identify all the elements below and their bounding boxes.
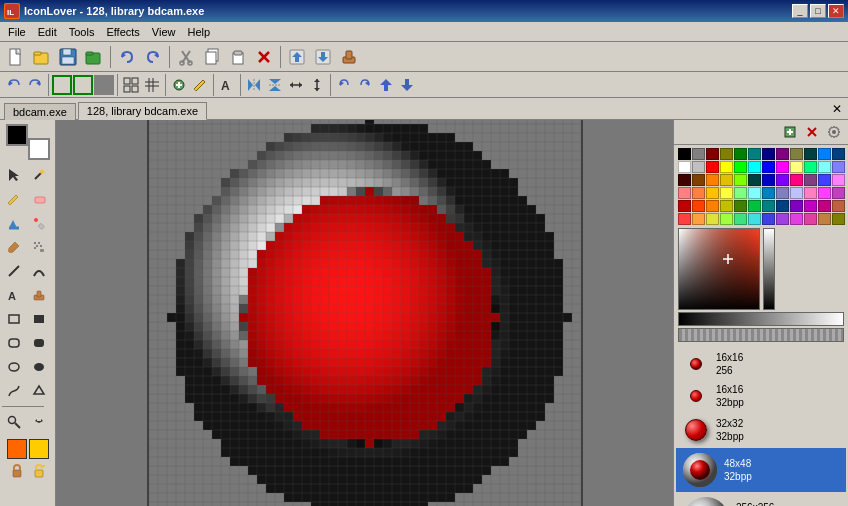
menu-help[interactable]: Help — [181, 24, 216, 40]
palette-color-29[interactable] — [748, 174, 761, 186]
rounded-rect-fill-tool[interactable] — [27, 332, 51, 354]
rotate-l-button[interactable] — [334, 75, 354, 95]
menu-view[interactable]: View — [146, 24, 182, 40]
ellipse-tool[interactable] — [2, 356, 26, 378]
palette-color-16[interactable] — [734, 161, 747, 173]
minimize-button[interactable]: _ — [792, 4, 808, 18]
palette-color-32[interactable] — [790, 174, 803, 186]
palette-color-22[interactable] — [818, 161, 831, 173]
rp-delete-icon-button[interactable] — [802, 122, 822, 142]
delete-button[interactable] — [252, 45, 276, 69]
palette-color-56[interactable] — [790, 200, 803, 212]
ellipse-fill-tool[interactable] — [27, 356, 51, 378]
menu-edit[interactable]: Edit — [32, 24, 63, 40]
gradient-bar[interactable] — [763, 228, 775, 310]
palette-color-64[interactable] — [734, 213, 747, 225]
stamp-tool[interactable] — [27, 284, 51, 306]
add-pixel-button[interactable] — [169, 75, 189, 95]
palette-color-14[interactable] — [706, 161, 719, 173]
select-tool[interactable] — [2, 164, 26, 186]
stripe-gradient-bar[interactable] — [678, 328, 844, 342]
palette-color-27[interactable] — [720, 174, 733, 186]
palette-color-17[interactable] — [748, 161, 761, 173]
palette-color-59[interactable] — [832, 200, 845, 212]
palette-color-68[interactable] — [790, 213, 803, 225]
undo-sm-button[interactable] — [4, 75, 24, 95]
tab-bdcam[interactable]: bdcam.exe — [4, 103, 76, 120]
brush-tool[interactable] — [2, 236, 26, 258]
polygon-tool[interactable] — [27, 380, 51, 402]
palette-color-33[interactable] — [804, 174, 817, 186]
color-swatch-yellow[interactable] — [29, 439, 49, 459]
rotate-up-button[interactable] — [376, 75, 396, 95]
undo-button[interactable] — [115, 45, 139, 69]
palette-color-63[interactable] — [720, 213, 733, 225]
pan-tool[interactable] — [27, 411, 51, 433]
canvas-area[interactable] — [56, 120, 673, 506]
line-smooth-tool[interactable] — [2, 380, 26, 402]
palette-color-23[interactable] — [832, 161, 845, 173]
palette-color-65[interactable] — [748, 213, 761, 225]
palette-color-20[interactable] — [790, 161, 803, 173]
palette-color-36[interactable] — [678, 187, 691, 199]
palette-color-21[interactable] — [804, 161, 817, 173]
mirror-v-button[interactable] — [265, 75, 285, 95]
cut-button[interactable] — [174, 45, 198, 69]
palette-color-28[interactable] — [734, 174, 747, 186]
palette-color-38[interactable] — [706, 187, 719, 199]
palette-color-66[interactable] — [762, 213, 775, 225]
rounded-rect-tool[interactable] — [2, 332, 26, 354]
resize-v-button[interactable] — [307, 75, 327, 95]
palette-color-8[interactable] — [790, 148, 803, 160]
grid-button-1[interactable] — [121, 75, 141, 95]
palette-color-18[interactable] — [762, 161, 775, 173]
palette-color-55[interactable] — [776, 200, 789, 212]
palette-color-69[interactable] — [804, 213, 817, 225]
open-button[interactable] — [30, 45, 54, 69]
palette-color-50[interactable] — [706, 200, 719, 212]
palette-color-10[interactable] — [818, 148, 831, 160]
palette-color-47[interactable] — [832, 187, 845, 199]
palette-color-1[interactable] — [692, 148, 705, 160]
icon-entry-256-32[interactable]: 256x256 32bpp packed — [676, 492, 846, 506]
palette-color-30[interactable] — [762, 174, 775, 186]
rect-fill-tool[interactable] — [27, 308, 51, 330]
canvas-view-2[interactable] — [73, 75, 93, 95]
palette-color-40[interactable] — [734, 187, 747, 199]
eraser-tool[interactable] — [27, 188, 51, 210]
rp-new-icon-button[interactable] — [780, 122, 800, 142]
palette-color-41[interactable] — [748, 187, 761, 199]
palette-color-5[interactable] — [748, 148, 761, 160]
save-button[interactable] — [56, 45, 80, 69]
copy-button[interactable] — [200, 45, 224, 69]
fill-tool[interactable] — [2, 212, 26, 234]
palette-color-52[interactable] — [734, 200, 747, 212]
palette-color-51[interactable] — [720, 200, 733, 212]
export-button[interactable] — [285, 45, 309, 69]
tab-library[interactable]: 128, library bdcam.exe — [78, 102, 207, 120]
menu-tools[interactable]: Tools — [63, 24, 101, 40]
palette-color-42[interactable] — [762, 187, 775, 199]
palette-color-54[interactable] — [762, 200, 775, 212]
import-button[interactable] — [311, 45, 335, 69]
main-canvas[interactable] — [149, 120, 581, 506]
palette-color-31[interactable] — [776, 174, 789, 186]
rp-settings-button[interactable] — [824, 122, 844, 142]
canvas-view-1[interactable] — [52, 75, 72, 95]
palette-color-39[interactable] — [720, 187, 733, 199]
tab-close-button[interactable]: ✕ — [832, 102, 842, 116]
palette-color-58[interactable] — [818, 200, 831, 212]
redo-button[interactable] — [141, 45, 165, 69]
palette-color-43[interactable] — [776, 187, 789, 199]
new-button[interactable] — [4, 45, 28, 69]
zoom-tool[interactable] — [2, 411, 26, 433]
palette-color-44[interactable] — [790, 187, 803, 199]
menu-effects[interactable]: Effects — [100, 24, 145, 40]
rect-tool[interactable] — [2, 308, 26, 330]
stamp-button[interactable] — [337, 45, 361, 69]
open-library-button[interactable] — [82, 45, 106, 69]
palette-color-46[interactable] — [818, 187, 831, 199]
menu-file[interactable]: File — [2, 24, 32, 40]
grid-button-2[interactable] — [142, 75, 162, 95]
line-tool[interactable] — [2, 260, 26, 282]
